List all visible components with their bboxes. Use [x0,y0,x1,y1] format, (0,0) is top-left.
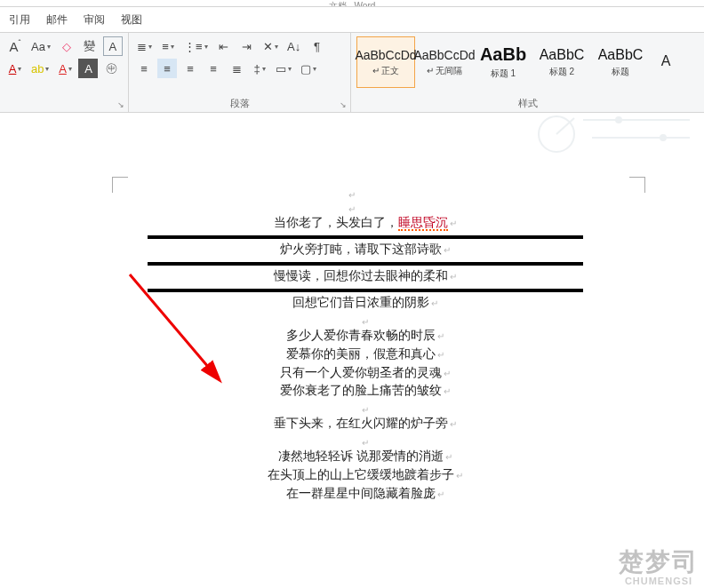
font-group-launcher-icon[interactable]: ↘ [116,99,126,110]
line-spacing-icon[interactable]: ‡ [250,59,269,78]
paragraph-border [148,235,583,239]
clear-formatting-icon[interactable]: ◇ [57,36,76,56]
style-preview: AaBbCcDd [355,48,416,62]
asian-layout-icon[interactable]: ✕ [260,36,281,56]
ribbon: Aˆ Aa ◇ 變 A A ab A A ㊥ ↘ ≣ ≡ ⋮≡ ⇤ [0,33,704,113]
style-item-4[interactable]: AaBbC标题 [591,36,650,88]
paragraph-border [148,262,583,266]
style-preview: AaBbC [598,47,644,63]
character-shading-icon[interactable]: A [78,59,98,78]
style-item-5[interactable]: A [650,36,682,88]
paragraph[interactable]: 在头顶上的山上它缓缓地踱着步子 [148,466,583,485]
multilevel-list-icon[interactable]: ⋮≡ [181,36,211,56]
tab-review[interactable]: 审阅 [82,11,107,29]
align-center-icon[interactable]: ≡ [157,59,177,78]
paragraph-group-launcher-icon[interactable]: ↘ [338,99,348,110]
blank-para [148,401,583,415]
styles-group-label: 样式 [356,95,699,110]
tab-view[interactable]: 视图 [119,11,144,29]
font-color-icon[interactable]: A [5,59,25,78]
ribbon-tabs: 引用 邮件 审阅 视图 [0,7,704,33]
shading-icon[interactable]: ▭ [273,59,294,78]
blank-para [148,433,583,448]
paragraph-border [148,289,583,292]
paragraph[interactable]: 只有一个人爱你朝圣者的灵魂 [148,364,583,383]
font-color2-icon[interactable]: A [55,59,75,78]
blank-para [41,186,663,200]
align-right-icon[interactable]: ≡ [180,59,200,78]
paragraph[interactable]: 炉火旁打盹，请取下这部诗歌 [148,241,583,259]
borders-icon[interactable]: ▢ [298,59,319,78]
paragraph-group: ≣ ≡ ⋮≡ ⇤ ⇥ ✕ A↓ ¶ ≡ ≡ ≡ ≡ ≣ ‡ ▭ ▢ 段落 ↘ [129,33,351,112]
paragraph[interactable]: 在一群星星中间隐藏着脸庞 [148,485,583,504]
tab-mail[interactable]: 邮件 [44,11,69,29]
document-body[interactable]: 当你老了，头发白了，睡思昏沉炉火旁打盹，请取下这部诗歌慢慢读，回想你过去眼神的柔… [148,214,583,504]
style-label: 标题 [612,66,629,78]
margin-corner-tr [629,177,645,193]
style-item-3[interactable]: AaBbC标题 2 [532,36,591,88]
style-label: 标题 1 [491,68,516,80]
styles-gallery[interactable]: AaBbCcDd↵ 正文AaBbCcDd↵ 无间隔AaBb标题 1AaBbC标题… [356,36,699,88]
text-run: 当你老了，头发白了， [274,216,398,229]
style-item-0[interactable]: AaBbCcDd↵ 正文 [356,36,415,88]
style-preview: AaBb [480,44,526,65]
paragraph[interactable]: 爱你衰老了的脸上痛苦的皱纹 [148,382,583,401]
paragraph[interactable]: 垂下头来，在红火闪耀的炉子旁 [148,415,583,433]
spellcheck-error[interactable]: 睡思昏沉 [398,216,448,231]
increase-indent-icon[interactable]: ⇥ [237,36,257,56]
svg-point-2 [616,117,621,123]
bullets-icon[interactable]: ≣ [134,36,155,56]
style-item-1[interactable]: AaBbCcDd↵ 无间隔 [415,36,474,88]
blank-para [148,313,583,327]
style-label: 标题 2 [549,66,574,78]
style-preview: AaBbCcDd [413,48,475,62]
paragraph[interactable]: 当你老了，头发白了，睡思昏沉 [148,214,583,233]
paragraph[interactable]: 多少人爱你青春欢畅的时辰 [148,327,583,346]
paragraph-group-label: 段落 [134,95,345,110]
enclose-char-icon[interactable]: ㊥ [101,59,121,78]
phonetic-guide-icon[interactable]: 變 [80,36,100,56]
highlight-color-icon[interactable]: ab [28,59,52,78]
paragraph[interactable]: 慢慢读，回想你过去眼神的柔和 [148,267,583,286]
distribute-icon[interactable]: ≣ [227,59,246,78]
tab-references[interactable]: 引用 [7,11,32,29]
character-border-icon[interactable]: A [103,36,123,56]
align-left-icon[interactable]: ≡ [134,59,154,78]
paragraph[interactable]: 回想它们昔日浓重的阴影 [148,294,583,313]
decrease-indent-icon[interactable]: ⇤ [214,36,234,56]
app-title: 文档 - Word [329,1,376,7]
style-preview: AaBbC [540,47,585,63]
style-item-2[interactable]: AaBb标题 1 [474,36,532,88]
title-bar: 文档 - Word [0,0,704,7]
styles-group: AaBbCcDd↵ 正文AaBbCcDd↵ 无间隔AaBb标题 1AaBbC标题… [351,33,704,112]
paragraph[interactable]: 凄然地轻轻诉 说那爱情的消逝 [148,448,583,466]
style-label: ↵ 正文 [372,65,400,77]
font-group-label [5,98,123,110]
show-marks-icon[interactable]: ¶ [308,36,327,56]
document-canvas[interactable]: 当你老了，头发白了，睡思昏沉炉火旁打盹，请取下这部诗歌慢慢读，回想你过去眼神的柔… [0,113,704,588]
page: 当你老了，头发白了，睡思昏沉炉火旁打盹，请取下这部诗歌慢慢读，回想你过去眼神的柔… [41,123,663,504]
justify-icon[interactable]: ≡ [204,59,223,78]
style-preview: A [661,53,671,69]
grow-font-icon[interactable]: Aˆ [5,36,25,56]
style-label: ↵ 无间隔 [427,65,463,77]
font-group: Aˆ Aa ◇ 變 A A ab A A ㊥ ↘ [0,33,129,112]
blank-para [41,200,663,214]
sort-icon[interactable]: A↓ [284,36,304,56]
change-case-icon[interactable]: Aa [28,36,53,56]
margin-corner-tl [112,177,128,193]
numbering-icon[interactable]: ≡ [158,36,178,56]
paragraph[interactable]: 爱慕你的美丽，假意和真心 [148,346,583,364]
